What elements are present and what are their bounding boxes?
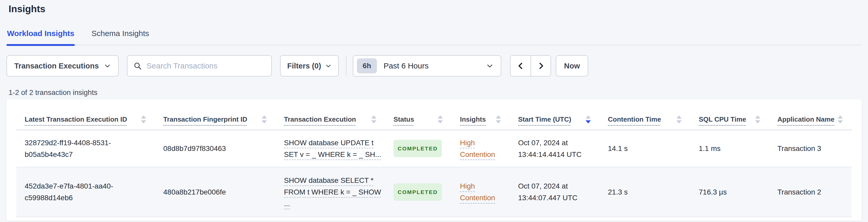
sort-icon — [755, 116, 760, 123]
transaction-type-dropdown[interactable]: Transaction Executions — [6, 55, 119, 76]
column-header-start-time[interactable]: Start Time (UTC) — [510, 116, 599, 130]
insights-table: Latest Transaction Execution ID Transact… — [17, 99, 851, 217]
now-button[interactable]: Now — [556, 55, 588, 76]
toolbar: Transaction Executions Filters (0) 6h Pa… — [6, 55, 862, 76]
chevron-right-icon — [537, 62, 545, 70]
application-name-cell: Transaction 3 — [769, 142, 851, 154]
transaction-type-label: Transaction Executions — [14, 62, 99, 70]
status-badge: COMPLETED — [394, 183, 442, 201]
tab-bar: Workload Insights Schema Insights — [6, 29, 862, 45]
application-name-cell: Transaction 2 — [769, 186, 851, 198]
column-header-insights[interactable]: Insights — [452, 116, 510, 130]
toolbar-divider — [346, 56, 346, 76]
insights-page: Insights Workload Insights Schema Insigh… — [0, 4, 868, 222]
previous-time-window-button[interactable] — [510, 56, 531, 76]
time-window-arrows — [510, 55, 551, 76]
sql-cpu-time-cell: 716.3 µs — [690, 186, 769, 198]
sort-icon — [838, 116, 843, 123]
status-badge: COMPLETED — [394, 140, 442, 157]
chevron-down-icon — [104, 63, 111, 69]
start-time-cell: Oct 07, 2024 at 13:44:14.4414 UTC — [510, 137, 599, 160]
search-icon — [133, 61, 142, 70]
fingerprint-id-cell: 480a8b217be006fe — [155, 186, 276, 198]
search-box — [127, 55, 272, 76]
filters-button[interactable]: Filters (0) — [280, 55, 339, 76]
high-contention-link[interactable]: High Contention — [460, 180, 499, 203]
column-header-sql-cpu-time[interactable]: SQL CPU Time — [690, 116, 769, 130]
contention-time-cell: 14.1 s — [599, 142, 690, 154]
filters-label: Filters (0) — [287, 62, 321, 70]
column-header-latest-transaction-execution-id[interactable]: Latest Transaction Execution ID — [17, 116, 155, 130]
sort-icon — [261, 116, 267, 123]
status-cell: COMPLETED — [385, 140, 452, 157]
status-cell: COMPLETED — [385, 183, 452, 201]
high-contention-link[interactable]: High Contention — [460, 137, 499, 160]
sort-icon — [141, 116, 146, 123]
sql-cpu-time-cell: 1.1 ms — [690, 142, 769, 154]
execution-id-cell: 452da3e7-e7fa-4801-aa40- c59988d14eb6 — [17, 180, 155, 203]
time-range-label: Past 6 Hours — [384, 61, 479, 70]
column-header-application-name[interactable]: Application Name — [769, 116, 851, 130]
table-row: 328729d2-ff19-4408-8531- b05a5b4e43c7 08… — [17, 130, 851, 167]
results-count: 1-2 of 2 transaction insights — [8, 89, 868, 97]
search-input[interactable] — [146, 61, 266, 70]
time-range-picker[interactable]: 6h Past 6 Hours — [353, 55, 501, 76]
chevron-left-icon — [517, 62, 525, 70]
sort-icon — [496, 116, 501, 123]
sort-icon — [676, 116, 682, 123]
tab-workload-insights[interactable]: Workload Insights — [6, 29, 75, 44]
column-header-contention-time[interactable]: Contention Time — [599, 116, 690, 130]
transaction-execution-link[interactable]: SHOW database SELECT * FROM t WHERE k = … — [276, 175, 385, 210]
next-time-window-button[interactable] — [531, 56, 551, 76]
table-header-row: Latest Transaction Execution ID Transact… — [17, 99, 851, 130]
contention-time-cell: 21.3 s — [599, 186, 690, 198]
table-row: 452da3e7-e7fa-4801-aa40- c59988d14eb6 48… — [17, 167, 851, 217]
start-time-cell: Oct 07, 2024 at 13:44:07.447 UTC — [510, 180, 599, 203]
execution-id-cell: 328729d2-ff19-4408-8531- b05a5b4e43c7 — [17, 137, 155, 160]
insights-cell: High Contention — [452, 137, 510, 160]
column-header-transaction-fingerprint-id[interactable]: Transaction Fingerprint ID — [155, 116, 276, 130]
chevron-down-icon — [325, 63, 332, 69]
sort-icon — [438, 116, 443, 123]
column-header-status[interactable]: Status — [385, 116, 452, 130]
insights-cell: High Contention — [452, 180, 510, 203]
page-title: Insights — [8, 4, 868, 14]
sort-desc-icon — [586, 116, 591, 123]
fingerprint-id-cell: 08d8b7d97f830463 — [155, 142, 276, 154]
tab-schema-insights[interactable]: Schema Insights — [91, 29, 150, 44]
insights-table-card: Latest Transaction Execution ID Transact… — [6, 99, 862, 221]
sort-icon — [371, 116, 376, 123]
time-range-badge: 6h — [357, 58, 377, 73]
column-header-transaction-execution[interactable]: Transaction Execution — [276, 116, 385, 130]
chevron-down-icon — [486, 62, 493, 69]
transaction-execution-link[interactable]: SHOW database UPDATE t SET v = _ WHERE k… — [276, 137, 385, 160]
